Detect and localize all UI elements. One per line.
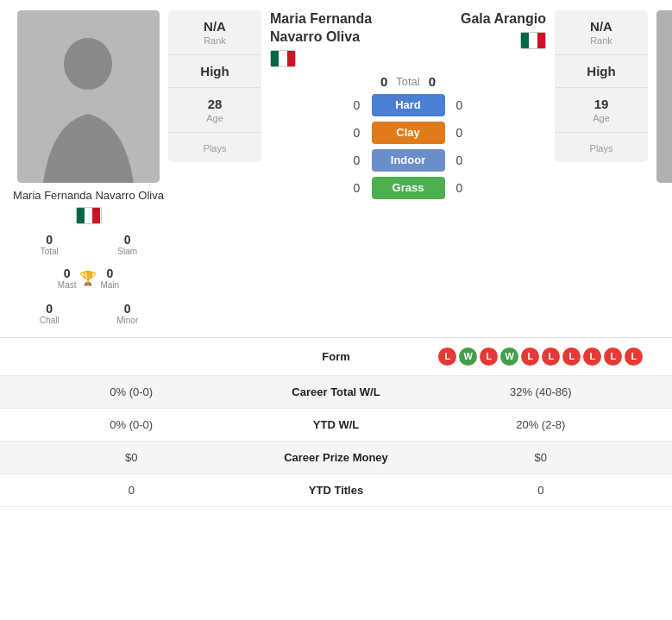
right-lower-stats: 0 Chall 0 Minor (648, 298, 672, 329)
center-area: Maria Fernanda Navarro Oliva Gala Arangi… (261, 10, 555, 204)
hard-badge: Hard (372, 94, 445, 116)
clay-badge: Clay (372, 122, 445, 144)
svg-point-1 (64, 38, 112, 90)
career-wl-right: 32% (40-86) (427, 385, 656, 398)
center-left-name-line2: Navarro Oliva (270, 29, 360, 44)
hard-right-score: 0 (452, 98, 468, 112)
right-rank-label: Rank (562, 35, 641, 46)
form-pill-4: W (500, 348, 518, 366)
left-age-value: 28 (175, 97, 254, 111)
clg (271, 51, 279, 66)
left-slam-value: 0 (96, 233, 160, 247)
center-left-name: Maria Fernanda Navarro Oliva (270, 10, 408, 67)
form-pill-1: L (438, 348, 456, 366)
left-high-value: High (175, 64, 254, 78)
surface-row-grass: 0 Grass 0 (267, 177, 550, 199)
flag-white (85, 208, 92, 223)
surface-row-clay: 0 Clay 0 (267, 122, 550, 144)
left-stats-grid: 0 Total 0 Slam (9, 229, 168, 260)
left-minor-value: 0 (96, 302, 160, 316)
left-main-label: Main (100, 280, 119, 290)
left-flag-mx (76, 207, 102, 224)
form-pill-2: W (459, 348, 477, 366)
ytd-wl-right: 20% (2-8) (427, 418, 656, 431)
right-rank-item: N/A Rank (555, 10, 648, 55)
total-right-score: 0 (429, 74, 436, 89)
crw (529, 33, 537, 48)
left-total-value: 0 (17, 233, 82, 247)
clay-left-score: 0 (349, 126, 365, 140)
right-player-area: Gala Arangio 0 Total 0 Slam (648, 10, 672, 329)
prize-left: $0 (17, 451, 246, 464)
center-right-mx-flag (520, 32, 546, 49)
left-player-name: Maria Fernanda Navarro Oliva (13, 188, 164, 204)
indoor-left-score: 0 (349, 153, 365, 167)
left-plays-item: Plays (168, 133, 261, 162)
left-minor-stat: 0 Minor (96, 298, 160, 329)
clay-label: Clay (396, 126, 419, 139)
left-trophy-icon: 🏆 (79, 270, 97, 286)
left-slam-stat: 0 Slam (96, 229, 160, 260)
surface-table: 0 Hard 0 0 Clay 0 0 Indoor (267, 94, 550, 204)
clr (287, 51, 295, 66)
left-mast-label: Mast (58, 280, 77, 290)
flag-green (77, 208, 85, 223)
left-minor-label: Minor (96, 316, 160, 325)
left-plays-label: Plays (175, 143, 254, 153)
right-player-photo (656, 10, 672, 183)
hard-label: Hard (395, 98, 421, 111)
titles-left: 0 (17, 484, 246, 497)
center-names: Maria Fernanda Navarro Oliva Gala Arangi… (267, 10, 550, 67)
right-age-value: 19 (562, 97, 641, 111)
left-rank-item: N/A Rank (168, 10, 261, 55)
center-right-name-text: Gala Arangio (461, 11, 546, 26)
form-pills-right: L W L W L L L L L L (427, 348, 656, 366)
grass-badge: Grass (372, 177, 445, 199)
left-rank-value: N/A (175, 19, 254, 34)
left-chall-label: Chall (17, 316, 82, 325)
left-mast-value: 0 (58, 266, 77, 280)
form-pill-6: L (542, 348, 560, 366)
right-silhouette-svg (656, 10, 672, 183)
left-mast-stat: 0 Mast (58, 263, 77, 293)
left-chall-value: 0 (17, 302, 82, 316)
left-mid-inner: N/A Rank High 28 Age Plays (168, 10, 261, 162)
surface-row-indoor: 0 Indoor 0 (267, 149, 550, 172)
prize-row: $0 Career Prize Money $0 (0, 442, 672, 474)
right-plays-label: Plays (562, 143, 641, 153)
right-stats-grid: 0 Total 0 Slam (648, 229, 672, 260)
indoor-label: Indoor (391, 153, 425, 166)
right-rank-value: N/A (562, 19, 641, 34)
right-chall-stat: 0 Chall (656, 298, 672, 329)
svg-rect-2 (656, 10, 672, 183)
bottom-section: Form L W L W L L L L L L 0% (0-0) Career… (0, 337, 672, 507)
right-plays-item: Plays (555, 133, 648, 162)
form-row: Form L W L W L L L L L L (0, 338, 672, 376)
left-player-flag (76, 207, 102, 224)
center-left-flag (270, 50, 408, 67)
right-mid-inner: N/A Rank High 19 Age Plays (555, 10, 648, 162)
prize-right: $0 (427, 451, 656, 464)
ytd-wl-row: 0% (0-0) YTD W/L 20% (2-8) (0, 409, 672, 442)
flag-red (92, 208, 100, 223)
right-age-label: Age (562, 113, 641, 123)
left-silhouette-svg (17, 10, 160, 183)
center-left-mx-flag (270, 50, 296, 67)
left-chall-stat: 0 Chall (17, 298, 82, 329)
crg (521, 33, 529, 48)
right-total-label: Total (656, 247, 672, 256)
indoor-right-score: 0 (452, 153, 468, 167)
main-container: Maria Fernanda Navarro Oliva 0 Total 0 S… (0, 0, 672, 507)
form-pill-10: L (625, 348, 643, 366)
left-player-area: Maria Fernanda Navarro Oliva 0 Total 0 S… (9, 10, 168, 329)
crr (537, 33, 545, 48)
form-pill-9: L (604, 348, 622, 366)
left-age-item: 28 Age (168, 88, 261, 133)
left-high-item: High (168, 55, 261, 88)
career-wl-left: 0% (0-0) (17, 385, 246, 398)
career-wl-label: Career Total W/L (246, 385, 427, 398)
form-pill-8: L (583, 348, 601, 366)
grass-right-score: 0 (452, 181, 468, 195)
total-line: 0 Total 0 (380, 74, 436, 89)
titles-row: 0 YTD Titles 0 (0, 474, 672, 507)
